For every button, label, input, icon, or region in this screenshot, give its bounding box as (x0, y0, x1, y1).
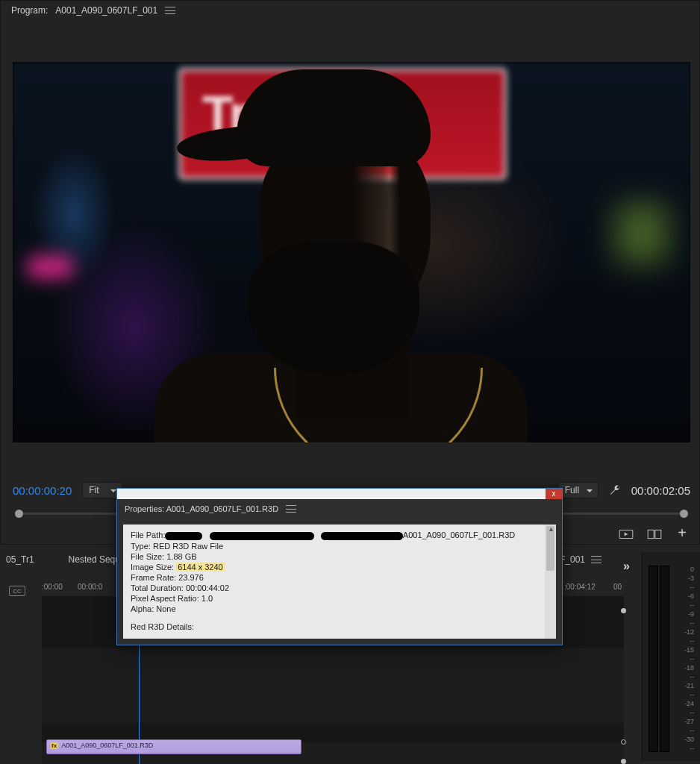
export-frame-icon[interactable] (619, 528, 634, 540)
active-sequence-tab[interactable]: .F_001 (557, 554, 601, 565)
scrubber-out-handle[interactable] (680, 510, 688, 518)
meter-channels (649, 566, 671, 752)
image-size-value: 6144 x 3240 (176, 563, 225, 572)
program-clip-name: A001_A090_0607LF_001 (55, 5, 157, 16)
marker-dot[interactable] (621, 759, 626, 764)
ruler-tick: 00:00:0 (78, 583, 102, 591)
program-monitor-panel: Program: A001_A090_0607LF_001 Tr 00:00:0… (0, 0, 700, 545)
monitor-icon-row: + (619, 527, 689, 541)
db-scale: 0 -3 -- -6 -- -9 -- -12 -- -15 -- -18 --… (673, 566, 694, 752)
meter-right (660, 566, 669, 752)
tab-1[interactable]: 05_Tr1 (0, 554, 40, 565)
timeline-clip[interactable]: fxA001_A090_0607LF_001.R3D (46, 739, 301, 754)
current-timecode[interactable]: 00:00:00:20 (13, 484, 72, 497)
properties-dialog: x Properties: A001_A090_0607LF_001.R3D F… (116, 488, 563, 645)
dialog-menu-icon[interactable] (286, 505, 296, 513)
video-preview[interactable]: Tr (13, 62, 690, 442)
ruler-tick: :00:04:12 (564, 583, 596, 591)
sequence-menu-icon[interactable] (591, 556, 601, 563)
prop-par: Pixel Aspect Ratio: 1.0 (131, 594, 549, 603)
neon-glow-pink (28, 256, 72, 278)
subject-silhouette (147, 69, 505, 442)
prop-type: Type: RED R3D Raw File (131, 542, 549, 551)
ruler-tick: :00:00 (42, 583, 63, 591)
svg-rect-1 (648, 530, 654, 538)
scroll-up-icon[interactable]: ▴ (549, 525, 553, 533)
prop-total-duration: Total Duration: 00:00:44:02 (131, 583, 549, 592)
comparison-view-icon[interactable] (647, 528, 662, 540)
settings-wrench-icon[interactable] (609, 483, 621, 498)
prop-file-path: File Path: A001_A090_0607LF_001.R3D (131, 530, 549, 540)
program-label: Program: (11, 5, 48, 16)
dialog-titlebar[interactable]: x (117, 489, 562, 499)
prop-image-size: Image Size: 6144 x 3240 (131, 563, 549, 572)
prop-file-size: File Size: 1.88 GB (131, 552, 549, 561)
neon-glow-green (616, 204, 668, 263)
duration-timecode: 00:00:02:05 (631, 484, 690, 497)
scrubber-in-handle[interactable] (15, 510, 23, 518)
marker-dot[interactable] (621, 608, 626, 613)
clip-label: A001_A090_0607LF_001.R3D (61, 742, 153, 749)
program-header: Program: A001_A090_0607LF_001 (1, 1, 699, 20)
scrollbar-thumb[interactable] (546, 526, 554, 571)
prop-r3d-details: Red R3D Details: (131, 622, 549, 631)
marker-dot[interactable] (621, 739, 626, 745)
ruler-tick: 00 (613, 583, 622, 591)
dialog-title: Properties: A001_A090_0607LF_001.R3D (125, 504, 278, 513)
svg-rect-2 (655, 530, 661, 538)
prop-alpha: Alpha: None (131, 604, 549, 613)
prop-frame-rate: Frame Rate: 23.976 (131, 573, 549, 582)
fx-badge: fx (50, 742, 58, 749)
properties-body: File Path: A001_A090_0607LF_001.R3D Type… (123, 525, 556, 639)
dialog-header: Properties: A001_A090_0607LF_001.R3D (117, 499, 562, 519)
dialog-scrollbar[interactable] (545, 525, 556, 639)
button-editor-plus-icon[interactable]: + (675, 527, 689, 541)
close-button[interactable]: x (546, 489, 562, 499)
panel-menu-icon[interactable] (165, 7, 175, 14)
audio-meters: 0 -3 -- -6 -- -9 -- -12 -- -15 -- -18 --… (642, 552, 700, 761)
tabs-overflow-icon[interactable]: » (623, 560, 630, 573)
meter-left (649, 566, 658, 752)
resolution-dropdown[interactable]: Full (558, 482, 599, 498)
